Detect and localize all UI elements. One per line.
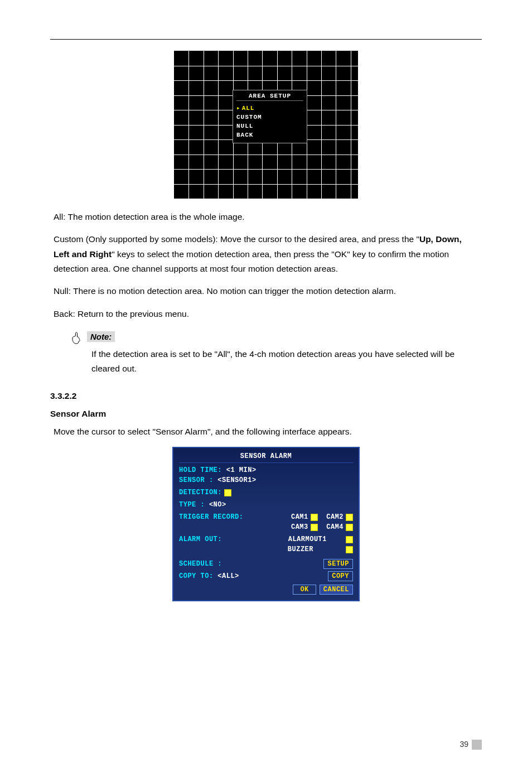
row-trigger: TRIGGER RECORD: CAM1 CAM2	[179, 513, 353, 521]
area-setup-item-all[interactable]: ALL	[236, 103, 303, 113]
para-back: Back: Return to the previous menu.	[54, 307, 478, 321]
area-setup-menu: AREA SETUP ALL CUSTOM NULL BACK	[233, 90, 307, 143]
para-custom: Custom (Only supported by some models): …	[54, 232, 478, 276]
copy-value[interactable]: <ALL>	[217, 572, 239, 580]
para-null: Null: There is no motion detection area.…	[54, 284, 478, 298]
para-all: All: The motion detection area is the wh…	[54, 210, 478, 224]
row-alarmout: ALARM OUT: ALARMOUT1	[179, 535, 353, 543]
alarm-out-label: ALARM OUT:	[179, 535, 222, 543]
custom-rest: " keys to select the motion detection ar…	[54, 249, 449, 273]
cam3-checkbox[interactable]	[311, 524, 318, 531]
cam4-checkbox[interactable]	[346, 524, 353, 531]
sensor-panel-title: SENSOR ALARM	[179, 452, 353, 463]
ok-button[interactable]: OK	[293, 585, 316, 595]
area-setup-item-back[interactable]: BACK	[236, 131, 303, 139]
row-trigger-2: CAM3 CAM4	[179, 523, 353, 531]
row-sensor: SENSOR : <SENSOR1>	[179, 476, 353, 484]
hold-time-value[interactable]: <1 MIN>	[226, 466, 257, 474]
trigger-label: TRIGGER RECORD:	[179, 513, 244, 521]
alarmout1-checkbox[interactable]	[346, 536, 353, 543]
type-label: TYPE :	[179, 501, 205, 509]
area-setup-item-null[interactable]: NULL	[236, 122, 303, 131]
section-title: Sensor Alarm	[50, 409, 482, 419]
page-number-box	[472, 740, 482, 750]
cam4-label: CAM4	[326, 523, 344, 531]
hold-time-label: HOLD TIME:	[179, 466, 222, 474]
custom-intro: Custom (Only supported by some models): …	[54, 234, 419, 244]
buzzer-label: BUZZER	[288, 546, 313, 553]
row-detection: DETECTION:	[179, 489, 353, 496]
cam1-label: CAM1	[291, 513, 308, 521]
sensor-footer: OK CANCEL	[179, 585, 353, 595]
row-buzzer: BUZZER	[179, 546, 353, 553]
page-number-value: 39	[460, 740, 468, 749]
sensor-value[interactable]: <SENSOR1>	[217, 476, 256, 484]
cancel-button[interactable]: CANCEL	[320, 585, 353, 595]
buzzer-checkbox[interactable]	[346, 546, 353, 553]
type-value[interactable]: <NO>	[209, 501, 226, 509]
cam3-label: CAM3	[291, 523, 308, 531]
area-setup-title: AREA SETUP	[236, 93, 303, 99]
schedule-label: SCHEDULE :	[179, 560, 222, 568]
row-schedule: SCHEDULE : SETUP	[179, 559, 353, 569]
sensor-alarm-figure: SENSOR ALARM HOLD TIME: <1 MIN> SENSOR :…	[172, 447, 360, 601]
page-number: 39	[460, 740, 482, 750]
setup-button[interactable]: SETUP	[323, 559, 353, 569]
top-rule	[50, 39, 482, 40]
hand-point-icon	[71, 331, 83, 345]
body-text: All: The motion detection area is the wh…	[54, 210, 478, 321]
note-label: Note:	[87, 331, 115, 342]
cam2-label: CAM2	[326, 513, 344, 521]
detection-checkbox[interactable]	[224, 489, 231, 496]
cam2-checkbox[interactable]	[346, 514, 353, 521]
section-number: 3.3.2.2	[50, 391, 482, 401]
alarmout1-label: ALARMOUT1	[288, 535, 327, 543]
area-setup-item-custom[interactable]: CUSTOM	[236, 113, 303, 122]
row-hold-time: HOLD TIME: <1 MIN>	[179, 466, 353, 474]
cam1-checkbox[interactable]	[311, 514, 318, 521]
copy-label: COPY TO:	[179, 572, 214, 580]
section-intro: Move the cursor to select "Sensor Alarm"…	[54, 424, 478, 439]
note-body: If the detection area is set to be "All"…	[91, 347, 482, 377]
sensor-label: SENSOR :	[179, 476, 214, 484]
area-setup-figure: AREA SETUP ALL CUSTOM NULL BACK	[174, 51, 358, 199]
note-row: Note:	[71, 331, 482, 345]
area-setup-divider	[236, 100, 303, 101]
copy-button[interactable]: COPY	[328, 571, 353, 581]
row-copy: COPY TO: <ALL> COPY	[179, 571, 353, 581]
row-type: TYPE : <NO>	[179, 501, 353, 509]
detection-label: DETECTION:	[179, 489, 222, 496]
